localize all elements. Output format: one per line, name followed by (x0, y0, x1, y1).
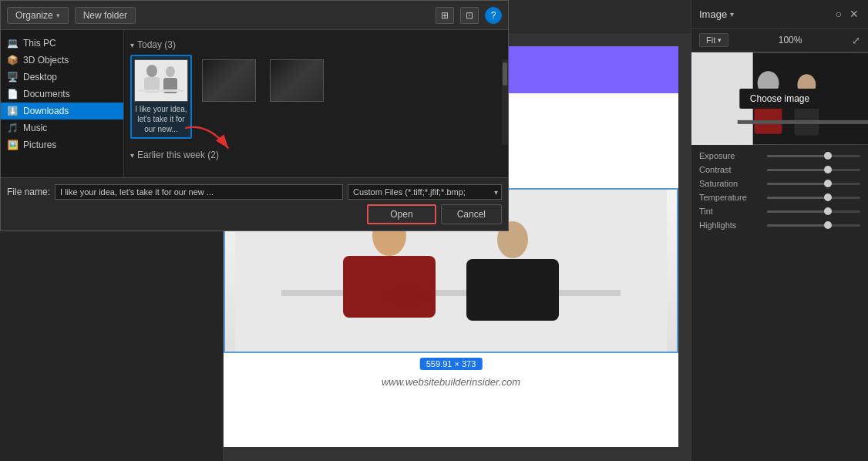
file-thumb-2 (202, 59, 256, 102)
temperature-slider-row: Temperature (699, 193, 860, 202)
view-split-button[interactable]: ⊡ (460, 7, 479, 24)
documents-icon: 📄 (7, 89, 19, 99)
svg-rect-4 (343, 256, 436, 318)
svg-rect-16 (135, 60, 187, 101)
section-label-earlier: Earlier this week (2) (137, 150, 219, 160)
saturation-label: Saturation (699, 179, 761, 188)
fe-scrollbar-track[interactable] (502, 59, 508, 145)
rp-resize-icon: ⤢ (852, 35, 860, 46)
fe-actions-row: Open Cancel (7, 204, 502, 224)
new-folder-button[interactable]: New folder (75, 7, 136, 24)
fe-filetype-wrapper: Custom Files (*.tiff;*.jfif;*.bmp; All F… (348, 184, 502, 200)
choose-image-button[interactable]: Choose image (739, 89, 820, 109)
highlights-label: Highlights (699, 220, 761, 230)
sidebar-item-this-pc[interactable]: 💻 This PC (1, 35, 123, 52)
saturation-track[interactable] (767, 183, 860, 185)
section-arrow-earlier: ▾ (130, 151, 134, 160)
fe-filename-row: File name: Custom Files (*.tiff;*.jfif;*… (7, 184, 502, 200)
rp-resize-button[interactable]: ○ (834, 6, 843, 22)
saturation-slider-row: Saturation (699, 179, 860, 188)
file-item-2[interactable] (198, 55, 260, 139)
fe-filename-label: File name: (7, 187, 50, 197)
this-pc-label: This PC (23, 38, 56, 49)
svg-point-8 (474, 288, 520, 304)
fe-bottom-bar: File name: Custom Files (*.tiff;*.jfif;*… (1, 177, 508, 230)
new-folder-label: New folder (83, 10, 127, 21)
fe-content[interactable]: ▾ Today (3) (124, 30, 508, 177)
thumb-dark-img2 (271, 60, 323, 101)
exposure-track[interactable] (767, 155, 860, 157)
rp-title: Image ▾ (699, 8, 829, 20)
svg-point-19 (166, 66, 175, 77)
rp-percent-label: 100% (735, 35, 846, 45)
temperature-label: Temperature (699, 193, 761, 202)
svg-rect-15 (738, 120, 868, 124)
sidebar-item-3d-objects[interactable]: 📦 3D Objects (1, 52, 123, 69)
organize-label: Organize (15, 10, 53, 21)
rp-close-button[interactable]: ✕ (848, 6, 860, 22)
today-files-grid: I like your idea, let's take it for our … (130, 55, 502, 146)
svg-point-17 (146, 65, 157, 77)
fe-open-button[interactable]: Open (367, 204, 436, 224)
downloads-icon: ⬇️ (7, 106, 19, 116)
fe-filetype-select[interactable]: Custom Files (*.tiff;*.jfif;*.bmp; All F… (348, 184, 502, 200)
pictures-icon: 🖼️ (7, 140, 19, 150)
desktop-label: Desktop (23, 72, 57, 82)
fe-scrollbar-thumb[interactable] (503, 62, 507, 86)
file-label-1: I like your idea, let's take it for our … (135, 104, 187, 134)
contrast-track[interactable] (767, 169, 860, 171)
file-item-3[interactable] (266, 55, 328, 139)
fe-body: 💻 This PC 📦 3D Objects 🖥️ Desktop 📄 Docu… (1, 30, 508, 177)
highlights-slider-row: Highlights (699, 220, 860, 230)
sidebar-item-pictures[interactable]: 🖼️ Pictures (1, 136, 123, 153)
rp-fit-button[interactable]: Fit ▾ (699, 33, 728, 47)
view-grid-button[interactable]: ⊞ (436, 7, 454, 24)
contrast-slider-row: Contrast (699, 165, 860, 174)
svg-rect-21 (139, 89, 183, 92)
svg-point-7 (382, 288, 428, 304)
rp-title-text: Image (699, 8, 727, 20)
help-button[interactable]: ? (485, 7, 502, 24)
sidebar-item-desktop[interactable]: 🖥️ Desktop (1, 69, 123, 86)
tint-slider-row: Tint (699, 207, 860, 216)
3d-objects-icon: 📦 (7, 55, 19, 66)
documents-label: Documents (23, 89, 70, 99)
fe-cancel-button[interactable]: Cancel (441, 204, 502, 224)
music-label: Music (23, 123, 47, 133)
canvas-url: www.websitebuilderinsider.com (224, 376, 678, 388)
file-thumb-1 (134, 59, 188, 102)
fe-sidebar: 💻 This PC 📦 3D Objects 🖥️ Desktop 📄 Docu… (1, 30, 124, 177)
section-header-earlier: ▾ Earlier this week (2) (130, 146, 502, 165)
3d-objects-label: 3D Objects (23, 55, 69, 66)
sidebar-item-downloads[interactable]: ⬇️ Downloads (1, 103, 123, 119)
sidebar-item-music[interactable]: 🎵 Music (1, 119, 123, 136)
tint-label: Tint (699, 207, 761, 216)
exposure-label: Exposure (699, 151, 761, 160)
organize-dropdown-arrow: ▾ (56, 12, 60, 19)
rp-image-preview: Choose image (691, 52, 868, 145)
highlights-track[interactable] (767, 224, 860, 227)
svg-rect-1 (281, 290, 621, 296)
downloads-label: Downloads (23, 106, 69, 116)
file-thumb-3 (270, 59, 324, 102)
right-panel: Image ▾ ○ ✕ Fit ▾ 100% ⤢ (691, 0, 868, 461)
file-explorer-dialog: Organize ▾ New folder ⊞ ⊡ ? 💻 This PC 📦 … (0, 0, 509, 231)
thumb-dark-img (203, 60, 255, 101)
thumb-people-img (135, 60, 187, 101)
section-label-today: Today (3) (137, 39, 176, 50)
section-arrow-today: ▾ (130, 41, 134, 49)
organize-button[interactable]: Organize ▾ (7, 7, 69, 24)
tint-track[interactable] (767, 210, 860, 213)
file-item-selected[interactable]: I like your idea, let's take it for our … (130, 55, 192, 139)
desktop-icon: 🖥️ (7, 72, 19, 82)
temperature-track[interactable] (767, 197, 860, 199)
rp-sliders: Exposure Contrast Saturation Temperature (691, 145, 868, 461)
fe-toolbar: Organize ▾ New folder ⊞ ⊡ ? (1, 1, 508, 30)
pictures-label: Pictures (23, 140, 56, 150)
sidebar-item-documents[interactable]: 📄 Documents (1, 86, 123, 103)
rp-fit-row: Fit ▾ 100% ⤢ (691, 29, 868, 52)
this-pc-icon: 💻 (7, 38, 19, 49)
rp-header-icons: ○ ✕ (834, 6, 860, 22)
fe-filename-input[interactable] (55, 184, 343, 200)
rp-fit-chevron: ▾ (718, 36, 722, 44)
